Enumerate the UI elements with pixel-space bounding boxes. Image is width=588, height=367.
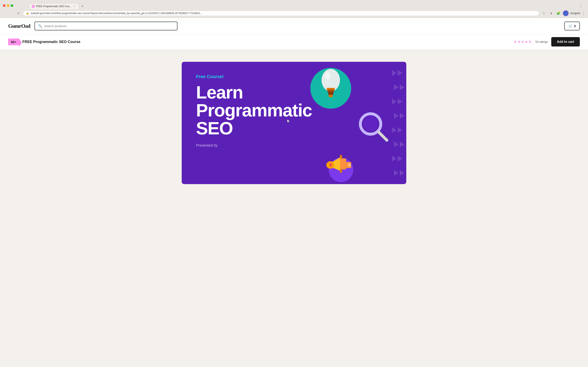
- url-text: asebold.gumroad.com/l/free-programmatic-…: [31, 12, 536, 15]
- chevron-9: [392, 127, 397, 133]
- price-text: $0+: [11, 40, 16, 44]
- svg-point-9: [363, 117, 378, 131]
- magnifying-glass-decoration: [357, 111, 390, 144]
- chevron-2: [398, 70, 402, 76]
- address-bar: ‹ › ↺ 🔒 asebold.gumroad.com/l/free-progr…: [0, 9, 588, 18]
- chevron-10: [398, 127, 402, 133]
- megaphone-bg-circle: [329, 158, 353, 182]
- lock-icon: 🔒: [26, 12, 29, 15]
- chevron-8: [400, 113, 404, 119]
- hero-presented: Presented by: [196, 143, 304, 148]
- search-input[interactable]: [44, 24, 174, 28]
- hero-banner: Free Course! Learn Programmatic SEO Pres…: [182, 62, 406, 184]
- search-icon: 🔍: [38, 24, 42, 28]
- toolbar-right: ☆ ⬇ 🧩 👤 Incognito ⋮: [541, 10, 586, 16]
- heading-line1: Learn: [196, 83, 304, 101]
- search-bar[interactable]: 🔍: [35, 22, 177, 30]
- chevron-13: [392, 156, 397, 161]
- megaphone-svg: [325, 147, 361, 183]
- product-name: FREE Programmatic SEO Course: [22, 40, 80, 44]
- svg-rect-12: [340, 158, 346, 169]
- product-bar-left: $0+ FREE Programmatic SEO Course: [8, 39, 80, 45]
- forward-button[interactable]: ›: [9, 10, 15, 16]
- reload-button[interactable]: ↺: [16, 10, 21, 16]
- teal-circle: [310, 68, 351, 109]
- svg-point-15: [340, 155, 342, 159]
- svg-rect-13: [346, 162, 351, 168]
- svg-rect-2: [327, 88, 335, 90]
- heading-line3: SEO: [196, 119, 304, 137]
- svg-rect-3: [327, 90, 334, 91]
- magnify-svg: [357, 111, 390, 143]
- svg-point-7: [329, 95, 333, 97]
- chevron-7: [394, 113, 398, 119]
- new-tab-button[interactable]: +: [79, 3, 85, 9]
- chevron-3: [394, 84, 398, 90]
- product-bar-right: ★★★★★ 53 ratings Add to cart: [514, 37, 580, 47]
- svg-line-10: [379, 132, 387, 140]
- active-tab[interactable]: G FREE Programmatic SEO Cou... ×: [29, 3, 79, 9]
- chevron-11: [394, 142, 398, 147]
- price-badge: $0+: [8, 39, 19, 45]
- browser-chrome: G FREE Programmatic SEO Cou... × + ⋮ ‹ ›…: [0, 0, 588, 18]
- browser-menu-icon[interactable]: ⋮: [578, 3, 584, 8]
- gumroad-logo[interactable]: GumrOad: [8, 23, 30, 29]
- extensions-icon[interactable]: 🧩: [555, 10, 561, 16]
- svg-point-16: [340, 169, 342, 173]
- back-button[interactable]: ‹: [2, 10, 8, 16]
- add-to-cart-button[interactable]: Add to cart: [551, 37, 580, 47]
- chevron-15: [394, 170, 398, 176]
- svg-point-11: [326, 161, 334, 169]
- tab-bar: G FREE Programmatic SEO Cou... × +: [27, 2, 87, 9]
- svg-rect-5: [328, 93, 333, 94]
- chevron-pattern-decoration: [392, 62, 404, 184]
- profile-button[interactable]: 👤: [563, 10, 569, 16]
- cart-button[interactable]: 🛒 2: [564, 22, 580, 30]
- lightbulb-svg: [319, 66, 343, 103]
- chevron-16: [400, 170, 404, 176]
- bookmark-icon[interactable]: ☆: [541, 10, 546, 16]
- tab-favicon: G: [32, 5, 35, 8]
- ratings-count: 53 ratings: [535, 40, 548, 43]
- minimize-traffic-light[interactable]: [7, 4, 9, 7]
- chevron-4: [400, 84, 404, 90]
- site-wrapper: GumrOad 🔍 🛒 2 $0+ FREE Programmatic SEO …: [0, 18, 588, 184]
- tab-close-button[interactable]: ×: [73, 5, 76, 8]
- title-bar: G FREE Programmatic SEO Cou... × + ⋮: [0, 0, 588, 9]
- svg-point-0: [321, 69, 340, 91]
- chevron-6: [398, 99, 402, 104]
- traffic-lights: [3, 4, 13, 7]
- site-header: GumrOad 🔍 🛒 2: [0, 18, 588, 34]
- fullscreen-traffic-light[interactable]: [11, 4, 13, 7]
- svg-rect-4: [328, 91, 334, 93]
- svg-point-8: [360, 114, 381, 134]
- close-traffic-light[interactable]: [3, 4, 6, 7]
- download-icon[interactable]: ⬇: [548, 10, 554, 16]
- hero-heading: Learn Programmatic SEO: [196, 83, 304, 137]
- tab-title: FREE Programmatic SEO Cou...: [36, 5, 71, 8]
- cart-count: 2: [574, 24, 576, 28]
- lightbulb-decoration: [310, 68, 351, 109]
- product-bar: $0+ FREE Programmatic SEO Course ★★★★★ 5…: [0, 34, 588, 50]
- chrome-menu-icon[interactable]: ⋮: [582, 11, 586, 16]
- incognito-label: Incognito: [570, 12, 580, 15]
- svg-rect-14: [330, 163, 332, 167]
- cart-icon: 🛒: [568, 24, 572, 28]
- nav-buttons: ‹ › ↺: [2, 10, 21, 16]
- star-rating: ★★★★★: [514, 40, 532, 44]
- svg-rect-6: [329, 94, 333, 95]
- svg-point-1: [325, 72, 330, 80]
- hero-label: Free Course!: [196, 74, 304, 79]
- chevron-12: [400, 142, 404, 147]
- chevron-14: [398, 156, 402, 161]
- chevron-5: [392, 99, 397, 104]
- chevron-1: [392, 70, 397, 76]
- address-bar-input[interactable]: 🔒 asebold.gumroad.com/l/free-programmati…: [23, 11, 539, 16]
- megaphone-decoration: [325, 147, 361, 184]
- heading-line2: Programmatic: [196, 101, 304, 119]
